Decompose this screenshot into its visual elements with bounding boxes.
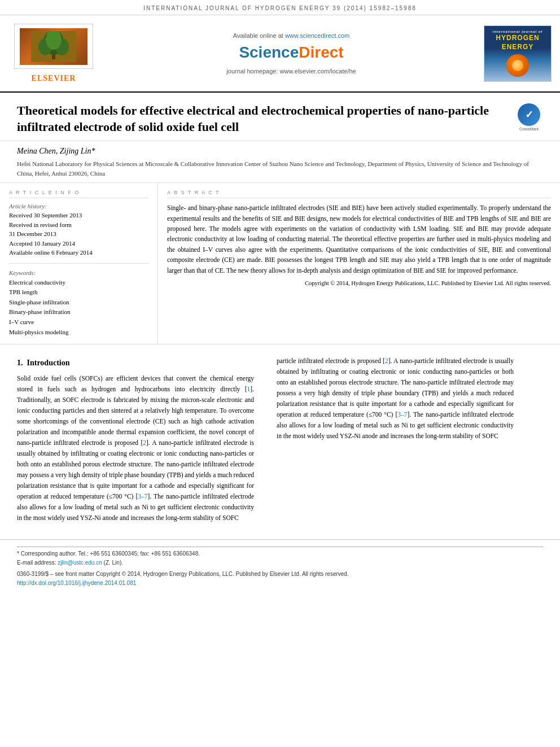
elsevier-logo-box: [14, 24, 93, 69]
revised-date: 31 December 2013: [9, 229, 148, 239]
footer-area: * Corresponding author. Tel.: +86 551 63…: [0, 539, 560, 592]
sd-url-link[interactable]: www.sciencedirect.com: [285, 32, 349, 39]
article-history-heading: Article history:: [9, 203, 148, 209]
ref-1-link[interactable]: 1: [247, 386, 251, 392]
intro-paragraph-right: particle infiltrated electrode is propos…: [277, 356, 514, 442]
journal-cover-area: international journal of HYDROGENENERGY: [475, 21, 560, 86]
body-content: 1. Introduction Solid oxide fuel cells (…: [0, 344, 560, 528]
doi-note: http://dx.doi.org/10.1016/j.ijhydene.201…: [17, 579, 543, 588]
crossmark-icon: ✓: [518, 103, 540, 126]
article-title: Theoretical models for effective electri…: [17, 103, 515, 135]
article-info-abstract-section: A R T I C L E I N F O Article history: R…: [0, 183, 560, 344]
abstract-column: A B S T R A C T Single- and binary-phase…: [158, 183, 560, 344]
email-note: E-mail address: zjlin@ustc.edu.cn (Z. Li…: [17, 558, 543, 567]
sciencedirect-area: Available online at www.sciencedirect.co…: [107, 21, 475, 86]
affiliation-text: Hefei National Laboratory for Physical S…: [17, 159, 543, 178]
keywords-heading: Keywords:: [9, 269, 148, 276]
abstract-text: Single- and binary-phase nano-particle i…: [167, 203, 551, 276]
intro-section-title: 1. Introduction: [17, 359, 254, 368]
revised-label: Received in revised form: [9, 220, 148, 230]
intro-paragraph-left: Solid oxide fuel cells (SOFCs) are effic…: [17, 373, 254, 523]
crossmark-label: CrossMark: [519, 127, 539, 131]
abstract-heading: A B S T R A C T: [167, 190, 551, 198]
author-email-link[interactable]: zjlin@ustc.edu.cn: [58, 560, 102, 566]
body-left-column: 1. Introduction Solid oxide fuel cells (…: [0, 356, 265, 528]
keyword-1: Electrical conductivity: [9, 278, 148, 288]
authors-names: Meina Chen, Zijing Lin*: [17, 147, 543, 156]
keyword-4: Binary-phase infiltration: [9, 307, 148, 317]
journal-cover-image: international journal of HYDROGENENERGY: [484, 25, 552, 82]
keywords-list: Electrical conductivity TPB length Singl…: [9, 278, 148, 338]
received-date: Received 30 September 2013: [9, 211, 148, 220]
ref-3-7-right-link[interactable]: 3–7: [397, 411, 407, 418]
body-right-column: particle infiltrated electrode is propos…: [265, 356, 531, 528]
article-title-area: Theoretical models for effective electri…: [0, 93, 560, 141]
footer-separator: [17, 547, 543, 547]
header-area: ELSEVIER Available online at www.science…: [0, 15, 560, 93]
ref-2-right-link[interactable]: 2: [385, 357, 388, 364]
article-info-heading: A R T I C L E I N F O: [9, 190, 148, 198]
elsevier-brand-text: ELSEVIER: [32, 74, 76, 83]
info-divider: [9, 263, 148, 264]
issn-note: 0360-3199/$ – see front matter Copyright…: [17, 570, 543, 579]
doi-link[interactable]: http://dx.doi.org/10.1016/j.ijhydene.201…: [17, 580, 136, 586]
elsevier-logo-area: ELSEVIER: [0, 21, 107, 86]
keyword-2: TPB length: [9, 287, 148, 298]
corresponding-author-note: * Corresponding author. Tel.: +86 551 63…: [17, 549, 543, 558]
sciencedirect-title: ScienceDirect: [239, 43, 343, 62]
ref-3-7-link[interactable]: 3–7: [138, 493, 147, 500]
elsevier-tree-image: [20, 28, 88, 65]
keyword-5: I–V curve: [9, 317, 148, 327]
article-info-column: A R T I C L E I N F O Article history: R…: [0, 183, 158, 344]
available-online-text: Available online at www.sciencedirect.co…: [233, 32, 349, 39]
authors-area: Meina Chen, Zijing Lin* Hefei National L…: [0, 141, 560, 183]
journal-cover-title: international journal of HYDROGENENERGY: [492, 29, 542, 52]
journal-homepage-text: journal homepage: www.elsevier.com/locat…: [226, 68, 356, 75]
keyword-6: Multi-physics modeling: [9, 327, 148, 338]
journal-citation: INTERNATIONAL JOURNAL OF HYDROGEN ENERGY…: [143, 5, 417, 11]
accepted-date: Accepted 10 January 2014: [9, 239, 148, 248]
available-online-date: Available online 6 February 2014: [9, 248, 148, 257]
abstract-copyright: Copyright © 2014, Hydrogen Energy Public…: [167, 280, 551, 286]
ref-2-link[interactable]: 2: [143, 439, 146, 446]
keyword-3: Single-phase infiltration: [9, 298, 148, 308]
crossmark-area: ✓ CrossMark: [515, 103, 543, 131]
top-bar: INTERNATIONAL JOURNAL OF HYDROGEN ENERGY…: [0, 0, 560, 15]
